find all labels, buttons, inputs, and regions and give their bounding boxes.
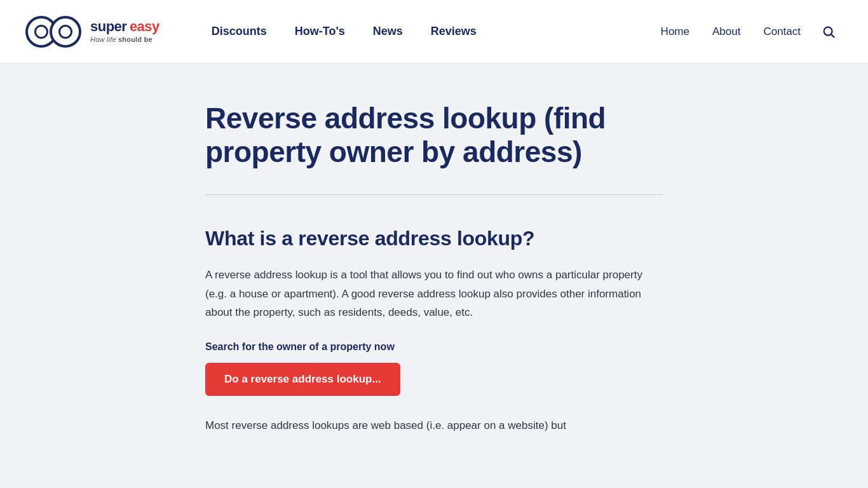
- right-nav: Home About Contact: [649, 18, 843, 46]
- search-icon: [822, 25, 836, 39]
- cta-button[interactable]: Do a reverse address lookup...: [205, 363, 400, 396]
- main-content: Reverse address lookup (find property ow…: [0, 64, 868, 473]
- nav-item-news[interactable]: News: [359, 18, 417, 44]
- main-nav: Discounts How-To's News Reviews: [198, 18, 649, 44]
- cta-label: Search for the owner of a property now: [205, 341, 663, 353]
- nav-item-contact[interactable]: Contact: [752, 19, 812, 44]
- article-title: Reverse address lookup (find property ow…: [205, 102, 663, 169]
- section1-heading: What is a reverse address lookup?: [205, 227, 663, 250]
- svg-point-0: [824, 27, 832, 35]
- svg-line-1: [831, 34, 834, 37]
- search-button[interactable]: [815, 18, 843, 46]
- section1-body: A reverse address lookup is a tool that …: [205, 266, 663, 322]
- nav-item-howtos[interactable]: How-To's: [281, 18, 359, 44]
- logo-text-super: super: [90, 18, 126, 34]
- nav-item-about[interactable]: About: [701, 19, 752, 44]
- logo-tagline: How life should be: [90, 36, 159, 43]
- nav-item-discounts[interactable]: Discounts: [198, 18, 281, 44]
- logo-circle-inner-left: [34, 25, 48, 39]
- logo-tagline-emphasis: should be: [118, 36, 153, 43]
- divider: [205, 194, 663, 195]
- article-content: Reverse address lookup (find property ow…: [180, 64, 688, 473]
- logo-circle-right: [50, 16, 81, 48]
- logo-text-easy: easy: [130, 18, 159, 34]
- nav-item-home[interactable]: Home: [649, 19, 701, 44]
- logo-circle-inner-right: [58, 25, 72, 39]
- nav-item-reviews[interactable]: Reviews: [417, 18, 491, 44]
- site-logo[interactable]: super easy How life should be: [25, 16, 159, 48]
- site-header: super easy How life should be Discounts …: [0, 0, 868, 64]
- section1-body-bottom: Most reverse address lookups are web bas…: [205, 416, 663, 435]
